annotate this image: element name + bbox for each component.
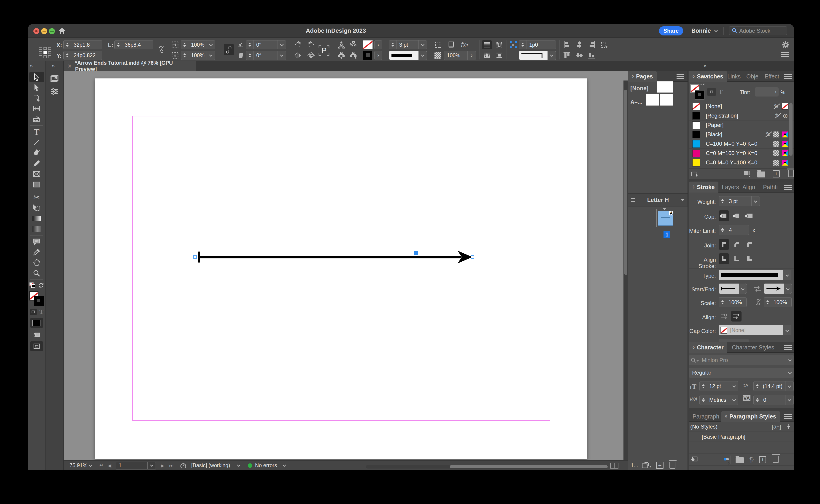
swatch-row-registration[interactable]: [Registration] ✎⊕ [689,111,794,121]
corner-radius-field[interactable]: 1p0 [519,40,556,49]
opacity-flyout[interactable]: › [468,51,476,60]
corner-shape-field[interactable] [519,51,556,60]
horizontal-scrollbar[interactable] [366,465,608,469]
fill-stroke-proxy[interactable] [29,290,44,307]
size-dropdown[interactable] [730,381,738,391]
corner-options-icon[interactable] [433,40,443,49]
rotation-field[interactable]: 0° [246,40,286,49]
miter-limit-field[interactable]: 4 [719,225,749,235]
start-scale-field[interactable]: 100% [719,297,747,307]
swap-fill-stroke-icon[interactable] [38,283,44,288]
tab-character-styles[interactable]: Character Styles [728,342,778,353]
type-tool[interactable]: T [29,127,44,137]
pages-panel-menu-icon[interactable] [677,74,684,79]
scale-y-field[interactable]: 100% [181,51,215,60]
swatch-themes-icon[interactable] [691,171,698,177]
swatch-row-yellow[interactable]: C=0 M=0 Y=100 K=0 [689,158,794,167]
scale-x-field[interactable]: 100% [181,40,215,49]
new-paragraph-style-button[interactable]: + [759,456,766,463]
tint-field[interactable]: › [755,87,779,97]
screen-mode-button[interactable] [29,340,44,353]
effects-fx-icon[interactable]: fx▾ [460,40,470,49]
link-scale-button[interactable] [224,44,234,55]
redefine-style-icon[interactable]: [a+] [772,424,781,430]
preflight-icon[interactable] [180,462,187,469]
gap-color-field[interactable]: [None] [719,325,791,335]
select-parent-icon[interactable] [348,40,358,49]
master-none-thumbnail[interactable] [657,81,673,93]
spread-view-icon[interactable] [610,463,619,469]
user-menu[interactable]: Bonnie [691,27,711,34]
select-container-icon[interactable]: P [318,44,330,56]
select-child-icon[interactable] [348,51,358,60]
pages-section-header[interactable]: Letter H [628,193,688,206]
note-tool[interactable] [29,236,44,247]
scale-x-dropdown[interactable] [207,40,215,49]
close-window-button[interactable] [33,28,39,34]
stroke-options-button[interactable]: › [374,51,382,60]
paragraph-panel-menu-icon[interactable] [784,414,792,419]
flip-vertical-button[interactable] [306,51,316,60]
wrap-jump-object-button[interactable] [494,51,504,60]
swatches-scrollbar[interactable] [789,103,793,156]
align-vcenter-button[interactable] [574,51,584,60]
canvas[interactable] [64,71,628,460]
chevron-down-icon[interactable] [714,29,718,32]
preflight-profile[interactable]: [Basic] (working) [191,462,240,469]
stroke-type-field[interactable] [719,270,791,280]
tab-links[interactable]: Linkѕ [724,71,744,82]
round-join-button[interactable] [731,239,742,250]
vertical-scrollbar-thumb[interactable] [624,90,627,275]
horizontal-scrollbar-thumb[interactable] [450,465,608,468]
swatch-row-paper[interactable]: [Paper] [689,121,794,130]
y-position-field[interactable]: 24p0.822 [63,51,102,60]
tab-character[interactable]: ◊Character [689,342,727,353]
wrap-object-shape-button[interactable] [482,51,492,60]
wrap-bounding-box-button[interactable] [494,40,504,49]
swatch-row-black[interactable]: [Black] ✎ [689,130,794,139]
formatting-affects-container-button[interactable] [30,309,37,315]
kerning-field[interactable]: Metrics [699,395,738,405]
zoom-level-control[interactable]: 75.91% [70,462,92,469]
preflight-errors-menu[interactable]: No errors [255,462,285,469]
align-arrow-inside-button[interactable] [731,311,742,322]
direct-selection-tool[interactable] [29,82,44,93]
master-a-label[interactable]: A–... [630,99,643,105]
align-center-button[interactable] [574,40,584,49]
tab-effects[interactable]: Effect [761,71,783,82]
hand-tool[interactable] [29,257,44,268]
stroke-type-field[interactable] [389,51,427,60]
delete-page-button[interactable] [670,462,675,469]
page-number-field[interactable]: 1 [116,462,156,469]
master-a-thumbnail-right[interactable] [660,94,673,106]
swatch-views-icon[interactable] [744,171,750,177]
close-tab-icon[interactable]: × [68,62,71,70]
new-style-group-icon[interactable] [736,457,744,463]
stroke-proxy[interactable] [34,296,44,306]
tab-align[interactable]: Align [739,182,759,193]
type-dropdown[interactable] [783,270,791,280]
end-scale-field[interactable]: 100% [764,297,792,307]
collapse-dock-icon[interactable]: » [704,63,707,69]
swatch-row-cyan[interactable]: C=100 M=0 Y=0 K=0 [689,139,794,149]
align-top-button[interactable] [562,51,572,60]
leading-field[interactable]: (14.4 pt) [753,381,794,391]
select-previous-object-icon[interactable] [336,40,346,49]
weight-dropdown[interactable] [751,196,760,206]
gear-icon[interactable] [781,40,791,49]
end-arrowhead-field[interactable] [764,284,792,294]
tab-paragraph-styles[interactable]: ◊Paragraph Styles [721,411,780,422]
tab-stroke[interactable]: ◊Stroke [689,182,718,193]
free-transform-tool[interactable] [29,203,44,213]
new-swatch-button[interactable]: + [773,170,780,177]
fill-color-swatch[interactable] [363,40,373,49]
zoom-window-button[interactable] [49,28,55,34]
selection-tool[interactable] [29,72,44,82]
gap-tool[interactable] [29,103,44,114]
scale-y-dropdown[interactable] [207,51,215,60]
selection-handle-right[interactable] [471,255,474,259]
shear-field[interactable]: 0° [246,51,286,60]
font-size-field[interactable]: 12 pt [699,381,738,391]
gradient-feather-tool[interactable] [29,224,44,234]
edit-page-size-icon[interactable] [641,462,649,469]
